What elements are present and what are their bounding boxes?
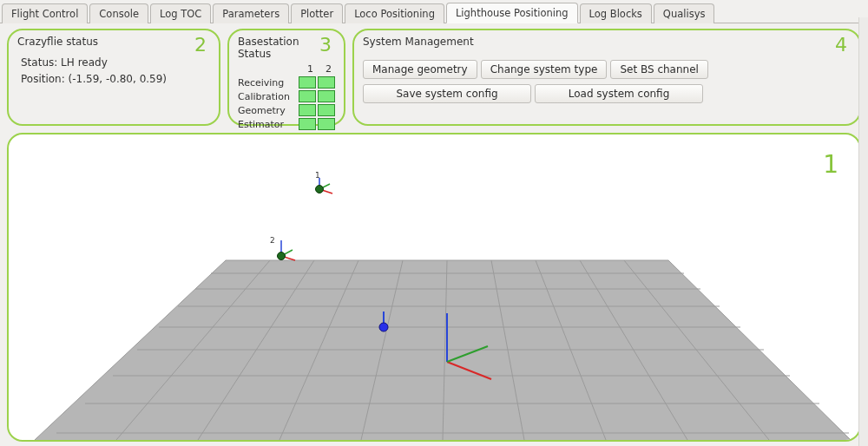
status-cell [299,104,316,116]
panel-3d-viewport[interactable]: 1 [7,133,861,442]
cf-status-value: LH ready [61,56,108,69]
status-cell [299,76,316,89]
svg-point-25 [379,323,388,331]
status-cell [318,90,335,102]
tab-bar: Flight Control Console Log TOC Parameter… [0,0,868,23]
basestation-marker-2: 2 [270,236,295,260]
panel-system-management: 4 System Management Manage geometry Chan… [352,29,861,126]
tab-plotter[interactable]: Plotter [291,3,343,23]
top-panels: 2 Crazyflie status Status: LH ready Posi… [0,23,868,129]
bs-row-calibration: Calibration [238,90,335,102]
bs-row-label: Estimator [238,119,297,130]
bs-row-geometry: Geometry [238,104,335,116]
status-cell [318,104,335,116]
tab-log-blocks[interactable]: Log Blocks [580,3,652,23]
cf-position-label: Position: [21,73,65,85]
bs-row-label: Receiving [238,77,297,89]
bs-column-header: 1 2 [238,63,335,75]
bs-col-1: 1 [307,63,313,75]
bs-row-label: Geometry [238,105,297,116]
basestation-marker-1: 1 [315,171,332,193]
panel-title: Crazyflie status [17,36,210,51]
tab-qualisys[interactable]: Qualisys [654,3,715,23]
cf-position-value: (-1.59, -0.80, 0.59) [69,73,167,85]
status-cell [299,118,316,130]
load-system-config-button[interactable]: Load system config [535,84,703,103]
tab-lighthouse-positioning[interactable]: Lighthouse Positioning [446,3,578,23]
status-cell [299,90,316,102]
set-bs-channel-button[interactable]: Set BS channel [610,60,707,79]
panel-number: 3 [319,34,332,56]
panel-title: System Management [363,36,851,51]
change-system-type-button[interactable]: Change system type [481,60,608,79]
bs-label-2: 2 [270,236,275,245]
bs-label-1: 1 [315,171,320,180]
panel-crazyflie-status: 2 Crazyflie status Status: LH ready Posi… [7,29,220,126]
cf-status-body: Status: LH ready Position: (-1.59, -0.80… [17,51,210,88]
panel-number: 2 [194,34,207,56]
vertical-scrollbar[interactable] [858,17,868,446]
manage-geometry-button[interactable]: Manage geometry [363,60,477,79]
tab-console[interactable]: Console [89,3,148,23]
svg-point-29 [316,186,324,193]
bs-row-estimator: Estimator [238,118,335,130]
save-system-config-button[interactable]: Save system config [363,84,531,103]
status-cell [318,118,335,130]
cf-status-label: Status: [21,56,57,69]
tab-parameters[interactable]: Parameters [213,3,289,23]
bs-col-2: 2 [326,63,332,75]
panel-number: 4 [835,34,847,56]
scene-3d[interactable]: 1 2 [9,134,859,440]
ground-plane [35,260,851,440]
status-cell [318,76,335,89]
tab-flight-control[interactable]: Flight Control [2,3,88,23]
tab-log-toc[interactable]: Log TOC [150,3,211,23]
bs-row-receiving: Receiving [238,76,335,89]
svg-point-33 [278,253,286,260]
bs-row-label: Calibration [238,91,297,102]
panel-basestation-status: 3 Basestation Status 1 2 Receiving Calib… [227,29,345,126]
tab-loco-positioning[interactable]: Loco Positioning [345,3,444,23]
